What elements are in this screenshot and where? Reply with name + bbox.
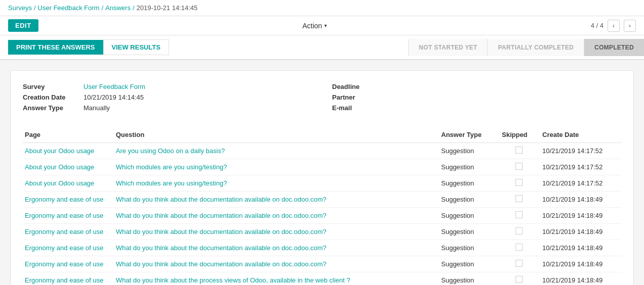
nav-count: 4 / 4 (591, 22, 604, 29)
table-cell-skipped (500, 208, 540, 224)
table-cell-page[interactable]: Ergonomy and ease of use (23, 224, 114, 240)
table-cell-skipped (500, 224, 540, 240)
table-cell-page[interactable]: Ergonomy and ease of use (23, 256, 114, 272)
table-cell-date: 10/21/2019 14:17:52 (540, 143, 621, 159)
main-content: Survey User Feedback Form Creation Date … (0, 60, 644, 285)
action-dropdown[interactable]: Action ▾ (303, 22, 327, 30)
col-header-type: Answer Type (439, 127, 500, 143)
action-caret-icon: ▾ (324, 23, 327, 28)
skipped-checkbox (516, 244, 523, 251)
col-header-page: Page (23, 127, 114, 143)
col-header-date: Create Date (540, 127, 621, 143)
table-cell-skipped (500, 272, 540, 286)
table-cell-page[interactable]: About your Odoo usage (23, 143, 114, 159)
table-cell-date: 10/21/2019 14:17:52 (540, 159, 621, 175)
table-cell-question[interactable]: Are you using Odoo on a daily basis? (114, 143, 439, 159)
action-label: Action (303, 22, 322, 30)
partner-row: Partner (332, 93, 622, 101)
creation-date-row: Creation Date 10/21/2019 14:14:45 (23, 93, 312, 101)
table-cell-skipped (500, 159, 540, 175)
table-cell-page[interactable]: About your Odoo usage (23, 159, 114, 175)
answer-type-row: Answer Type Manually (23, 104, 312, 112)
answers-table: Page Question Answer Type Skipped Create… (23, 127, 621, 285)
table-row: About your Odoo usageWhich modules are y… (23, 159, 621, 175)
form-card: Survey User Feedback Form Creation Date … (10, 70, 634, 285)
survey-label: Survey (23, 83, 83, 90)
table-cell-type: Suggestion (439, 192, 500, 208)
table-cell-type: Suggestion (439, 208, 500, 224)
table-row: About your Odoo usageAre you using Odoo … (23, 143, 621, 159)
table-cell-date: 10/21/2019 14:18:49 (540, 272, 621, 286)
table-row: Ergonomy and ease of useWhat do you thin… (23, 224, 621, 240)
table-cell-question[interactable]: What do you think about the process view… (114, 272, 439, 286)
answer-type-value: Manually (83, 104, 110, 112)
table-cell-page[interactable]: About your Odoo usage (23, 175, 114, 192)
table-cell-skipped (500, 256, 540, 272)
nav-controls: 4 / 4 ‹ › (591, 20, 636, 32)
table-cell-date: 10/21/2019 14:18:49 (540, 256, 621, 272)
skipped-checkbox (516, 147, 523, 154)
creation-date-value: 10/21/2019 14:14:45 (83, 93, 144, 101)
table-cell-page[interactable]: Ergonomy and ease of use (23, 272, 114, 286)
breadcrumb-form[interactable]: User Feedback Form (38, 4, 100, 12)
action-bar: EDIT Action ▾ 4 / 4 ‹ › (0, 16, 644, 35)
table-cell-skipped (500, 192, 540, 208)
action-buttons-group: PRINT THESE ANSWERS VIEW RESULTS (0, 35, 177, 59)
table-cell-question[interactable]: Which modules are you using/testing? (114, 159, 439, 175)
skipped-checkbox (516, 211, 523, 218)
table-cell-page[interactable]: Ergonomy and ease of use (23, 240, 114, 256)
partner-label: Partner (332, 93, 393, 101)
status-bar: PRINT THESE ANSWERS VIEW RESULTS NOT STA… (0, 35, 644, 60)
skipped-checkbox (516, 276, 523, 283)
table-cell-question[interactable]: What do you think about the documentatio… (114, 192, 439, 208)
table-header-row: Page Question Answer Type Skipped Create… (23, 127, 621, 143)
breadcrumb-bar: Surveys / User Feedback Form / Answers /… (0, 0, 644, 16)
info-section: Survey User Feedback Form Creation Date … (23, 83, 621, 115)
survey-row: Survey User Feedback Form (23, 83, 312, 90)
status-tabs: NOT STARTED YET PARTIALLY COMPLETED COMP… (408, 39, 644, 56)
table-cell-type: Suggestion (439, 240, 500, 256)
table-cell-skipped (500, 240, 540, 256)
table-cell-question[interactable]: What do you think about the documentatio… (114, 224, 439, 240)
table-cell-date: 10/21/2019 14:17:52 (540, 175, 621, 192)
breadcrumb-surveys[interactable]: Surveys (8, 4, 32, 12)
view-results-button[interactable]: VIEW RESULTS (103, 39, 169, 55)
table-cell-type: Suggestion (439, 175, 500, 192)
table-cell-type: Suggestion (439, 224, 500, 240)
table-row: Ergonomy and ease of useWhat do you thin… (23, 208, 621, 224)
table-cell-question[interactable]: What do you think about the documentatio… (114, 256, 439, 272)
nav-prev-button[interactable]: ‹ (608, 20, 620, 32)
deadline-row: Deadline (332, 83, 622, 90)
table-cell-date: 10/21/2019 14:18:49 (540, 224, 621, 240)
nav-next-button[interactable]: › (624, 20, 636, 32)
breadcrumb-sep-1: / (34, 4, 36, 12)
table-cell-page[interactable]: Ergonomy and ease of use (23, 192, 114, 208)
table-cell-skipped (500, 143, 540, 159)
col-header-skipped: Skipped (500, 127, 540, 143)
print-answers-button[interactable]: PRINT THESE ANSWERS (8, 40, 103, 55)
table-cell-type: Suggestion (439, 272, 500, 286)
table-row: Ergonomy and ease of useWhat do you thin… (23, 240, 621, 256)
info-right: Deadline Partner E-mail (332, 83, 622, 115)
table-cell-skipped (500, 175, 540, 192)
creation-date-label: Creation Date (23, 93, 83, 101)
table-row: Ergonomy and ease of useWhat do you thin… (23, 272, 621, 286)
skipped-checkbox (516, 227, 523, 234)
table-cell-question[interactable]: What do you think about the documentatio… (114, 208, 439, 224)
tab-completed[interactable]: COMPLETED (584, 39, 644, 56)
survey-value[interactable]: User Feedback Form (83, 83, 145, 90)
tab-partially-completed[interactable]: PARTIALLY COMPLETED (487, 39, 584, 56)
table-cell-type: Suggestion (439, 143, 500, 159)
table-cell-page[interactable]: Ergonomy and ease of use (23, 208, 114, 224)
tab-not-started[interactable]: NOT STARTED YET (408, 39, 487, 56)
table-cell-type: Suggestion (439, 256, 500, 272)
breadcrumb-timestamp: 2019-10-21 14:14:45 (137, 4, 198, 12)
table-cell-question[interactable]: Which modules are you using/testing? (114, 175, 439, 192)
skipped-checkbox (516, 260, 523, 267)
skipped-checkbox (516, 195, 523, 202)
col-header-question: Question (114, 127, 439, 143)
edit-button[interactable]: EDIT (8, 19, 38, 32)
deadline-label: Deadline (332, 83, 393, 90)
table-cell-question[interactable]: What do you think about the documentatio… (114, 240, 439, 256)
breadcrumb-answers[interactable]: Answers (105, 4, 131, 12)
